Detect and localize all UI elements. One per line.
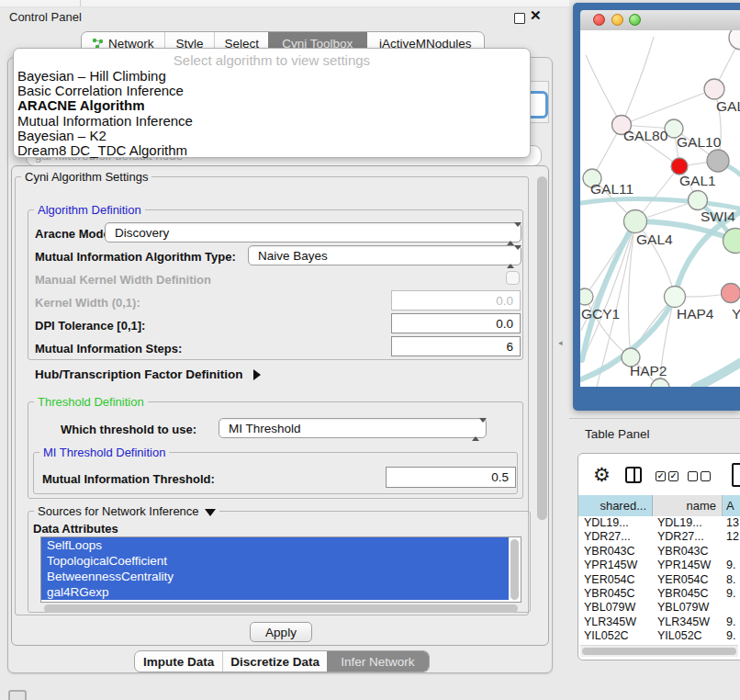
deselect-all-checkbox-icon[interactable] (701, 471, 711, 481)
table-header-row: shared...nameA (578, 495, 740, 516)
algorithm-option[interactable]: Bayesian – K2 (14, 129, 530, 143)
attribute-list-item[interactable]: BetweennessCentrality (41, 569, 509, 584)
page-icon[interactable] (732, 463, 740, 487)
mi-threshold-field[interactable]: 0.5 (386, 467, 516, 488)
table-cell: 9. (726, 615, 735, 629)
table-row[interactable]: YLR345WYLR345W9. (578, 615, 740, 629)
table-cell: 12 (726, 530, 739, 544)
network-node[interactable] (580, 288, 593, 305)
algorithm-option[interactable]: ARACNE Algorithm (14, 98, 530, 113)
table-body: YDL19...YDL19...13YDR27...YDR27...12YBR0… (578, 516, 740, 643)
table-cell: YDL19... (657, 516, 702, 530)
attribute-list-item[interactable]: gal4RGexp (41, 584, 509, 600)
kernel-width-value: 0.0 (496, 294, 513, 308)
network-window-titlebar[interactable] (580, 10, 740, 30)
which-threshold-value: MI Threshold (229, 422, 301, 435)
network-node[interactable] (651, 378, 669, 387)
table-row[interactable]: YBR043CYBR043C (578, 545, 740, 559)
spinner-arrows-icon (507, 250, 514, 264)
table-cell: YLR345W (657, 615, 710, 629)
tab-impute-data[interactable]: Impute Data (135, 651, 222, 672)
column-header[interactable]: shared... (578, 495, 653, 516)
manual-kernel-checkbox[interactable] (506, 271, 520, 285)
select-all-checkbox-icon[interactable]: ✓ (668, 471, 678, 481)
table-panel-title: Table Panel (585, 427, 650, 441)
vertical-scrollbar[interactable] (537, 176, 547, 520)
dpi-tolerance-field[interactable]: 0.0 (391, 313, 521, 333)
bottom-tab-bar: Impute DataDiscretize DataInfer Network (134, 650, 430, 672)
close-icon[interactable]: ✕ (530, 7, 542, 24)
table-row[interactable]: YIL052CYIL052C9. (578, 629, 740, 643)
deselect-all-checkbox-icon[interactable] (688, 471, 698, 481)
network-node[interactable] (722, 284, 740, 303)
network-node-label: GAL1 (679, 173, 716, 188)
network-canvas[interactable]: GALGAL80GAL10GAL1SWI4GAL11GAL4GCY1HAP4YH… (580, 30, 740, 387)
table-cell: YDR27... (657, 530, 704, 544)
algorithm-option[interactable]: Mutual Information Inference (14, 114, 530, 129)
network-node[interactable] (689, 191, 708, 210)
table-row[interactable]: YDL19...YDL19...13 (578, 516, 740, 530)
table-cell: 13 (726, 516, 739, 530)
network-node-label: GAL11 (590, 181, 633, 197)
collapsed-panel-icon[interactable] (8, 690, 27, 700)
network-node-label: HAP2 (630, 363, 667, 378)
network-node[interactable] (665, 287, 686, 308)
hub-definition-label: Hub/Transcription Factor Definition (35, 367, 243, 381)
table-row[interactable]: YER054CYER054C8. (578, 573, 740, 587)
algorithm-option[interactable]: Dream8 DC_TDC Algorithm (14, 143, 530, 158)
network-edge-highlighted[interactable] (581, 199, 740, 209)
zoom-traffic-light-icon[interactable] (629, 14, 641, 26)
network-node-label: GAL4 (636, 231, 673, 247)
table-row[interactable]: YBL079WYBL079W (578, 601, 740, 615)
hub-definition-expander[interactable]: Hub/Transcription Factor Definition (35, 367, 261, 381)
table-cell: 9. (726, 587, 735, 601)
algorithm-option[interactable]: Bayesian – Hill Climbing (14, 69, 530, 84)
network-node-label: GCY1 (581, 306, 620, 322)
algorithm-option[interactable]: Basic Correlation Inference (14, 84, 530, 98)
network-node[interactable] (707, 150, 729, 172)
apply-button[interactable]: Apply (250, 622, 312, 642)
table-row[interactable]: YBR045CYBR045C9. (578, 587, 740, 601)
table-cell: 8. (726, 573, 735, 587)
column-header[interactable]: name (653, 495, 723, 516)
kernel-width-field[interactable]: 0.0 (391, 290, 521, 310)
table-cell: YBR043C (584, 545, 635, 559)
network-node[interactable] (704, 79, 724, 99)
network-edge[interactable] (586, 55, 622, 125)
which-threshold-label: Which threshold to use: (61, 423, 196, 436)
float-window-icon[interactable] (514, 13, 525, 24)
table-row[interactable]: YDR27...YDR27...12 (578, 530, 740, 544)
data-attributes-list[interactable]: SelfLoopsTopologicalCoefficientBetweenne… (40, 536, 521, 603)
attribute-list-item[interactable]: SelfLoops (41, 537, 509, 553)
dpi-tolerance-value: 0.0 (496, 317, 513, 331)
gear-icon[interactable]: ⚙ (593, 464, 611, 486)
network-edge[interactable] (622, 89, 714, 125)
column-selector-icon[interactable] (625, 467, 642, 483)
list-scrollbar[interactable] (510, 539, 519, 600)
aracne-mode-combo[interactable]: Discovery (105, 222, 521, 243)
table-cell: YBR045C (584, 587, 635, 601)
mi-type-combo[interactable]: Naive Bayes (248, 245, 521, 265)
column-header[interactable]: A (723, 495, 740, 516)
table-scrollbar-thumb[interactable] (582, 648, 736, 655)
mi-type-value: Naive Bayes (258, 249, 328, 263)
mi-steps-field[interactable]: 6 (391, 336, 521, 356)
attribute-list-item[interactable]: TopologicalCoefficient (41, 553, 509, 569)
tab-infer-network[interactable]: Infer Network (327, 651, 429, 672)
which-threshold-combo[interactable]: MI Threshold (219, 418, 487, 438)
close-traffic-light-icon[interactable] (593, 14, 605, 26)
select-all-checkbox-icon[interactable]: ✓ (656, 471, 666, 481)
minimize-traffic-light-icon[interactable] (611, 14, 623, 26)
sources-group-title[interactable]: Sources for Network Inference (34, 504, 219, 518)
network-edge-highlighted[interactable] (695, 363, 740, 387)
horizontal-scrollbar[interactable] (44, 604, 518, 613)
network-node[interactable] (624, 210, 647, 233)
table-cell: YIL052C (657, 629, 702, 643)
tab-discretize-data[interactable]: Discretize Data (222, 651, 326, 672)
network-node[interactable] (729, 30, 740, 50)
aracne-mode-value: Discovery (115, 226, 169, 240)
table-horizontal-scrollbar[interactable] (580, 645, 738, 657)
network-edge[interactable] (622, 37, 654, 125)
splitter-collapse-icon[interactable]: ◂ (558, 338, 563, 347)
table-row[interactable]: YPR145WYPR145W9. (578, 559, 740, 572)
